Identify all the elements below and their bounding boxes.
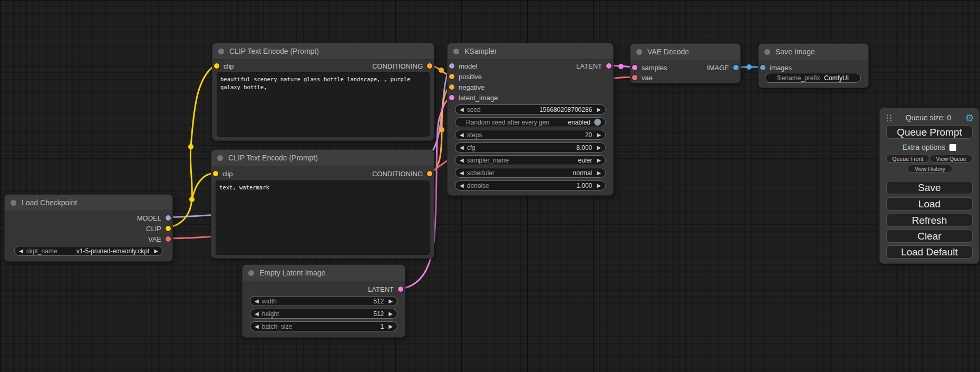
collapse-dot-icon[interactable]: [453, 49, 459, 54]
model-port-icon[interactable]: [449, 63, 454, 69]
input-port-images[interactable]: images: [759, 62, 792, 73]
clip-port-icon[interactable]: [213, 171, 218, 176]
image-port-icon[interactable]: [760, 65, 765, 70]
increment-arrow-icon[interactable]: [389, 324, 393, 329]
decrement-arrow-icon[interactable]: [460, 170, 464, 176]
cfg-widget[interactable]: cfg 8.000: [455, 142, 606, 152]
conditioning-port-icon[interactable]: [427, 63, 432, 69]
clip-port-icon[interactable]: [166, 226, 171, 231]
input-port-negative[interactable]: negative: [448, 82, 484, 92]
node-title-bar[interactable]: Save Image: [759, 44, 868, 60]
load-button[interactable]: Load: [886, 197, 973, 211]
wire-dot[interactable]: [188, 144, 193, 149]
batch-size-widget[interactable]: batch_size 1: [250, 321, 397, 331]
decrement-arrow-icon[interactable]: [255, 311, 259, 317]
collapse-dot-icon[interactable]: [218, 49, 224, 54]
node-title-bar[interactable]: KSampler: [448, 43, 613, 60]
output-port-latent[interactable]: LATENT: [576, 61, 613, 71]
refresh-button[interactable]: Refresh: [886, 214, 973, 227]
conditioning-port-icon[interactable]: [449, 74, 454, 79]
collapse-dot-icon[interactable]: [636, 49, 642, 55]
decrement-arrow-icon[interactable]: [460, 132, 464, 138]
input-port-samples[interactable]: samples: [630, 62, 667, 73]
clip-port-icon[interactable]: [214, 63, 219, 69]
vae-port-icon[interactable]: [166, 236, 171, 242]
output-port-conditioning[interactable]: CONDITIONING: [372, 61, 434, 71]
increment-arrow-icon[interactable]: [597, 170, 601, 176]
drag-handle-icon[interactable]: [886, 114, 891, 121]
node-title-bar[interactable]: Empty Latent Image: [242, 265, 405, 281]
seed-widget[interactable]: seed 156680208700286: [455, 104, 606, 115]
decrement-arrow-icon[interactable]: [19, 249, 23, 254]
queue-prompt-button[interactable]: Queue Prompt: [886, 126, 973, 139]
conditioning-port-icon[interactable]: [427, 171, 432, 176]
ckpt-name-widget[interactable]: ckpt_name v1-5-pruned-emaonly.ckpt: [14, 246, 163, 256]
input-port-vae[interactable]: vae: [630, 72, 653, 83]
collapse-dot-icon[interactable]: [248, 270, 254, 276]
wire-dot[interactable]: [439, 127, 444, 132]
gear-icon[interactable]: ⚙: [965, 113, 974, 123]
input-port-positive[interactable]: positive: [448, 71, 482, 82]
node-title-bar[interactable]: CLIP Text Encode (Prompt): [212, 43, 434, 60]
negative-prompt-text[interactable]: text, watermark: [216, 180, 430, 255]
input-port-model[interactable]: model: [448, 61, 477, 71]
node-ksampler[interactable]: KSampler LATENT model positive negative …: [447, 43, 614, 196]
increment-arrow-icon[interactable]: [597, 107, 601, 112]
output-port-latent[interactable]: LATENT: [368, 284, 405, 294]
image-port-icon[interactable]: [733, 65, 739, 70]
latent-port-icon[interactable]: [449, 95, 454, 100]
latent-port-icon[interactable]: [632, 65, 637, 70]
collapse-dot-icon[interactable]: [764, 49, 770, 55]
load-default-button[interactable]: Load Default: [886, 245, 973, 259]
view-queue-button[interactable]: View Queue: [929, 155, 973, 163]
wire-dot[interactable]: [618, 64, 624, 69]
positive-prompt-text[interactable]: beautiful scenery nature glass bottle la…: [217, 72, 430, 137]
node-title-bar[interactable]: VAE Decode: [630, 44, 740, 60]
latent-port-icon[interactable]: [606, 63, 612, 69]
queue-front-button[interactable]: Queue Front: [886, 155, 929, 163]
scheduler-widget[interactable]: scheduler normal: [455, 168, 606, 178]
output-port-vae[interactable]: VAE: [148, 234, 172, 244]
vae-port-icon[interactable]: [632, 75, 637, 80]
sampler-name-widget[interactable]: sampler_name euler: [455, 155, 606, 165]
output-port-conditioning[interactable]: CONDITIONING: [372, 168, 434, 179]
node-clip-text-encode-positive[interactable]: CLIP Text Encode (Prompt) clip CONDITION…: [212, 43, 434, 141]
collapse-dot-icon[interactable]: [11, 200, 16, 206]
model-port-icon[interactable]: [166, 215, 171, 221]
input-port-latent-image[interactable]: latent_image: [448, 92, 498, 103]
toggle-on-icon[interactable]: [594, 119, 601, 126]
increment-arrow-icon[interactable]: [597, 183, 601, 188]
increment-arrow-icon[interactable]: [597, 132, 601, 138]
output-port-image[interactable]: IMAGE: [707, 62, 740, 73]
decrement-arrow-icon[interactable]: [255, 324, 259, 329]
height-widget[interactable]: height 512: [250, 309, 397, 319]
view-history-button[interactable]: View History: [907, 165, 953, 173]
wire-dot[interactable]: [439, 68, 444, 73]
decrement-arrow-icon[interactable]: [460, 183, 464, 188]
wire-dot[interactable]: [746, 64, 752, 70]
node-graph-canvas[interactable]: Load Checkpoint MODEL CLIP VAE ckpt_name…: [0, 0, 980, 372]
increment-arrow-icon[interactable]: [597, 145, 601, 150]
node-vae-decode[interactable]: VAE Decode samples IMAGE vae: [630, 43, 741, 83]
denoise-widget[interactable]: denoise 1.000: [455, 180, 606, 190]
increment-arrow-icon[interactable]: [154, 249, 158, 254]
clear-button[interactable]: Clear: [886, 230, 973, 243]
queue-menu-panel[interactable]: Queue size: 0 ⚙ Queue Prompt Extra optio…: [879, 108, 979, 264]
decrement-arrow-icon[interactable]: [460, 145, 464, 150]
node-save-image[interactable]: Save Image images filename_prefix ComfyU…: [758, 43, 869, 88]
random-seed-toggle-widget[interactable]: Random seed after every gen enabled: [455, 117, 606, 127]
input-port-clip[interactable]: clip: [211, 168, 233, 179]
width-widget[interactable]: width 512: [250, 296, 397, 306]
node-title-bar[interactable]: CLIP Text Encode (Prompt): [211, 150, 434, 166]
increment-arrow-icon[interactable]: [389, 311, 393, 317]
decrement-arrow-icon[interactable]: [460, 107, 464, 112]
latent-port-icon[interactable]: [398, 287, 403, 292]
output-port-clip[interactable]: CLIP: [146, 223, 172, 234]
extra-options-checkbox[interactable]: [949, 144, 956, 151]
decrement-arrow-icon[interactable]: [460, 158, 464, 163]
conditioning-port-icon[interactable]: [449, 84, 454, 90]
decrement-arrow-icon[interactable]: [255, 299, 259, 304]
input-port-clip[interactable]: clip: [212, 61, 234, 71]
increment-arrow-icon[interactable]: [597, 158, 601, 163]
save-button[interactable]: Save: [886, 181, 973, 194]
